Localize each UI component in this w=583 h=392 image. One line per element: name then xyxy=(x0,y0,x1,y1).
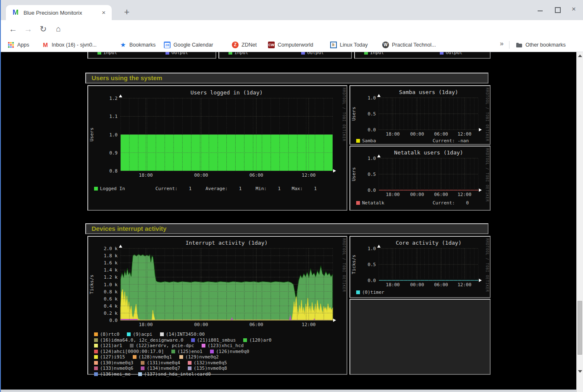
forward-icon[interactable]: → xyxy=(22,23,34,35)
svg-text:Users: Users xyxy=(351,107,357,120)
bookmark-label: Computerworld xyxy=(278,42,313,48)
svg-text:1.0: 1.0 xyxy=(368,246,376,251)
svg-text:06:00: 06:00 xyxy=(249,172,263,178)
svg-text:1.8 k: 1.8 k xyxy=(104,253,118,259)
wordpress-icon: W xyxy=(382,42,389,48)
tab-blue-precision-monitorix[interactable]: M Blue Precision Monitorix × xyxy=(6,5,112,20)
bookmark-inbox[interactable]: M Inbox (16) - sjvn0... xyxy=(42,41,97,49)
scrollbar-thumb[interactable] xyxy=(578,301,582,355)
vertical-scrollbar[interactable] xyxy=(576,52,583,392)
tab-close-icon[interactable]: × xyxy=(100,9,108,16)
legend-input: Input xyxy=(97,52,117,56)
legend-output: Output xyxy=(440,52,462,56)
svg-text:1.2: 1.2 xyxy=(109,96,118,101)
partial-graph-panel: Input Output xyxy=(354,52,491,59)
rrdtool-credit: RRDTOOL / TOBI OETIKER xyxy=(342,238,346,292)
browser-window: M Blue Precision Monitorix × + × ← → ↻ ⌂… xyxy=(0,0,583,392)
svg-text:Netatalk users (1day): Netatalk users (1day) xyxy=(394,149,463,156)
svg-text:12:00: 12:00 xyxy=(302,172,315,178)
interrupt-activity-graph[interactable]: 2.0 k1.8 k1.6 k1.4 k1.2 k1.0 k0.8 k0.6 k… xyxy=(87,236,347,375)
back-icon[interactable]: ← xyxy=(7,23,19,35)
svg-text:1.0: 1.0 xyxy=(368,95,376,101)
scroll-up-icon[interactable] xyxy=(578,55,582,57)
minimize-icon[interactable] xyxy=(537,6,544,13)
bookmark-label: Apps xyxy=(17,42,29,48)
legend-input: Input xyxy=(364,52,384,56)
svg-text:Users: Users xyxy=(351,167,357,181)
svg-text:0.4 k: 0.4 k xyxy=(104,303,118,309)
svg-text:06:00: 06:00 xyxy=(434,192,448,197)
bookmark-bookmarks[interactable]: ★ Bookmarks xyxy=(120,41,156,49)
svg-text:00:00: 00:00 xyxy=(410,131,424,137)
svg-text:06:00: 06:00 xyxy=(434,131,448,137)
bookmark-label: ZDNet xyxy=(242,42,257,48)
tab-strip: M Blue Precision Monitorix × + × xyxy=(0,0,583,20)
partial-graph-panel: Input Output xyxy=(218,52,352,59)
svg-text:06:00: 06:00 xyxy=(249,322,263,327)
maximize-icon[interactable] xyxy=(554,6,560,13)
legend-output: Output xyxy=(165,52,188,56)
window-bottom-edge xyxy=(0,389,576,392)
bookmark-label: Inbox (16) - sjvn0... xyxy=(52,42,97,48)
svg-text:1.6 k: 1.6 k xyxy=(104,260,118,266)
home-icon[interactable]: ⌂ xyxy=(52,23,65,35)
core-activity-graph[interactable]: 1.00.50.018:0000:0006:0012:00Core activi… xyxy=(349,236,491,298)
graph-legend: NetatalkCurrent: 0 xyxy=(356,200,487,206)
folder-icon xyxy=(516,42,523,48)
browser-toolbar: ← → ↻ ⌂ i localhost:8080/monitorix-cgi/m… xyxy=(0,20,583,38)
svg-text:Core activity (1day): Core activity (1day) xyxy=(396,240,462,246)
rrdtool-credit: RRDTOOL / TOBI OETIKER xyxy=(485,148,489,202)
svg-text:18:00: 18:00 xyxy=(386,282,400,287)
bookmarks-overflow-icon[interactable]: » xyxy=(500,40,504,47)
reload-icon[interactable]: ↻ xyxy=(37,23,50,35)
bookmark-google-calendar[interactable]: 28 Google Calendar xyxy=(164,41,213,49)
section-header-users: Users using the system xyxy=(85,73,488,84)
svg-text:Users: Users xyxy=(89,128,95,141)
svg-text:0.8: 0.8 xyxy=(109,168,118,174)
graph-legend: SambaCurrent: -nan xyxy=(356,138,487,144)
svg-text:18:00: 18:00 xyxy=(386,131,400,137)
users-logged-in-graph[interactable]: 1.21.11.00.90.818:0000:0006:0012:00Users… xyxy=(87,85,347,211)
bookmark-computerworld[interactable]: CW Computerworld xyxy=(268,41,313,49)
svg-text:06:00: 06:00 xyxy=(434,282,448,287)
graph-legend: Logged InCurrent: 1 Average: 1 Min: 1 Ma… xyxy=(94,186,344,192)
bookmark-label: Linux Today xyxy=(340,42,368,48)
legend-input: Input xyxy=(228,52,248,56)
partial-graph-panel: Input Output xyxy=(87,52,216,59)
new-tab-button[interactable]: + xyxy=(121,7,133,18)
svg-text:18:00: 18:00 xyxy=(139,322,153,327)
graph-legend: (8)rtc0(9)acpi(14)INT3450:00(16)idma64.0… xyxy=(94,332,344,377)
rrdtool-credit: RRDTOOL / TOBI OETIKER xyxy=(485,88,489,141)
svg-text:00:00: 00:00 xyxy=(410,282,424,287)
svg-text:0.0: 0.0 xyxy=(368,278,376,283)
bookmarks-separator xyxy=(509,41,509,49)
svg-text:00:00: 00:00 xyxy=(194,172,208,178)
close-icon[interactable]: × xyxy=(570,6,577,13)
rrdtool-credit: RRDTOOL / TOBI OETIKER xyxy=(342,88,346,141)
svg-text:0.5: 0.5 xyxy=(368,262,376,267)
svg-text:0.5: 0.5 xyxy=(368,111,376,117)
tab-title: Blue Precision Monitorix xyxy=(24,10,100,16)
bookmark-label: Google Calendar xyxy=(173,42,213,48)
scroll-down-icon[interactable] xyxy=(578,370,582,373)
bookmark-apps[interactable]: Apps xyxy=(8,41,29,49)
svg-text:2.0 k: 2.0 k xyxy=(104,246,118,251)
other-bookmarks[interactable]: Other bookmarks xyxy=(516,41,566,49)
svg-text:0.9: 0.9 xyxy=(109,150,118,156)
svg-text:1.0: 1.0 xyxy=(368,156,376,161)
legend-output: Output xyxy=(301,52,324,56)
svg-text:0.6 k: 0.6 k xyxy=(104,296,118,302)
bookmark-practical-technology[interactable]: W Practical Technol... xyxy=(382,41,436,49)
svg-text:12:00: 12:00 xyxy=(457,192,471,197)
samba-users-graph[interactable]: 1.00.50.018:0000:0006:0012:00Samba users… xyxy=(349,85,491,145)
svg-text:12:00: 12:00 xyxy=(302,322,315,327)
linux-today-icon: lt xyxy=(330,42,337,48)
rrdtool-credit: RRDTOOL / TOBI OETIKER xyxy=(485,238,489,292)
bookmarks-bar: Apps M Inbox (16) - sjvn0... ★ Bookmarks… xyxy=(0,38,583,52)
svg-text:12:00: 12:00 xyxy=(457,282,471,287)
bookmark-linux-today[interactable]: lt Linux Today xyxy=(330,41,368,49)
bookmark-zdnet[interactable]: Z ZDNet xyxy=(232,41,257,49)
netatalk-users-graph[interactable]: 1.00.50.018:0000:0006:0012:00Netatalk us… xyxy=(349,146,491,211)
svg-text:Ticks/s: Ticks/s xyxy=(89,274,95,294)
svg-text:1.2 k: 1.2 k xyxy=(104,274,118,280)
